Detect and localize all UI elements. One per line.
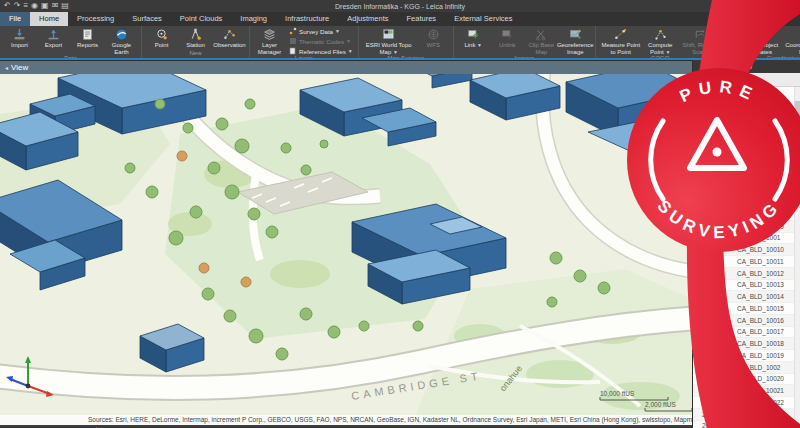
layer-manager-button[interactable]: Layer Manager [253, 27, 286, 55]
tab-processing[interactable]: Processing [68, 12, 123, 26]
cell-building-id: CA_BLD_10011 [728, 258, 784, 265]
wfs-button[interactable]: WFS [417, 27, 450, 55]
tab-point-clouds[interactable]: Point Clouds [171, 12, 232, 26]
table-row[interactable]: 2013 CA_BLD_1002 [693, 362, 795, 374]
view-header[interactable]: ◂ View [0, 60, 692, 74]
import-icon [13, 28, 26, 41]
panel-tab[interactable]: AMB3D_Cityw [693, 60, 800, 73]
clip-base-map-icon [535, 28, 548, 41]
link-button[interactable]: Link ▼ [457, 27, 490, 55]
table-row[interactable]: 2013 CA_BLD_10008 [693, 209, 795, 221]
clip-base-map-button[interactable]: Clip Base Map [525, 27, 558, 55]
table-row[interactable]: 2013 CA_BLD_10018 [693, 338, 795, 350]
compute-point-button[interactable]: Compute Point ▼ [644, 27, 677, 55]
station-button[interactable]: Station [179, 27, 212, 50]
cell-building-id: CA_BLD_10024 [728, 422, 784, 428]
measure-point-to-point-icon [614, 28, 627, 41]
map-3d-view[interactable]: CAMBRIDGE ST onahue [0, 74, 692, 425]
station-icon [189, 28, 202, 41]
unlink-icon [501, 28, 514, 41]
tab-imaging[interactable]: Imaging [231, 12, 276, 26]
funnel-filter-icon[interactable] [726, 75, 735, 84]
cell-building-id: CA_BLD_1002 [728, 364, 780, 371]
ribbon-group-coordinates: Compute Project Coordinates Coordinate S… [726, 26, 800, 58]
table-row[interactable]: 2013 CA_BLD_10016 [693, 315, 795, 327]
compute-project-coordinates-icon [749, 28, 762, 41]
wfs-icon [427, 28, 440, 41]
thematic-codes-icon [289, 37, 297, 45]
unlink-button[interactable]: Unlink [491, 27, 524, 55]
table-row[interactable]: 2013 CA_BLD_10009 [693, 221, 795, 233]
view-collapse-icon[interactable]: ◂ [5, 64, 8, 71]
cell-year: 2013 [693, 223, 728, 230]
referenced-files-icon [289, 47, 297, 55]
table-row[interactable]: 2013 CA_BLD_10022 [693, 397, 795, 409]
ribbon-group-map-services: ESRI World Topo Map ▼ WFS Map Services [359, 26, 454, 58]
table-row[interactable]: 2013 CA_BLD_10017 [693, 327, 795, 339]
esri-map-icon [382, 28, 395, 41]
cell-year: 2013 [693, 211, 728, 218]
feature-table[interactable]: 2013 CA_BLD_10008 2013 CA_BLD_10009 2013… [693, 87, 800, 428]
cell-year: 2013 [693, 328, 728, 335]
cell-building-id: CA_BLD_10022 [728, 399, 784, 406]
cell-building-id: CA_BLD_10023 [728, 411, 784, 418]
sort-icon[interactable]: ⇅ [705, 75, 711, 84]
table-row[interactable]: 2013 CA_BLD_10019 [693, 350, 795, 362]
table-row[interactable]: 2013 CA_BLD_10015 [693, 303, 795, 315]
table-row[interactable]: 2013 CA_BLD_10011 [693, 256, 795, 268]
georeference-image-button[interactable]: Georeference Image [559, 27, 592, 55]
ribbon: Import Export Reports Google Earth Data … [0, 26, 800, 60]
table-row[interactable]: 2013 CA_BLD_10012 [693, 268, 795, 280]
title-bar: ↶ ↷ ≡ ◉ ▣ ✉ ▤ Dresden Informatika - KGG … [0, 0, 800, 12]
tab-home[interactable]: Home [30, 12, 68, 26]
new-point-icon [155, 28, 168, 41]
esri-world-topo-map-button[interactable]: ESRI World Topo Map ▼ [362, 27, 416, 55]
cell-year: 2013 [693, 352, 728, 359]
view-title: View [11, 63, 28, 72]
attribute-panel: AMB3D_Cityw ⇅ ▥ ▾ 2013 CA_BLD_10008 2013… [692, 60, 800, 428]
point-button[interactable]: Point [145, 27, 178, 50]
compute-project-coordinates-button[interactable]: Compute Project Coordinates [729, 27, 783, 55]
ribbon-group-cogo: Measure Point to Point Compute Point ▼ S… [596, 26, 726, 58]
coordinate-system-manager-button[interactable]: Coordinate System Manager [784, 27, 800, 55]
tab-adjustments[interactable]: Adjustments [338, 12, 397, 26]
table-row[interactable]: 2013 CA_BLD_10020 [693, 374, 795, 386]
panel-filter-bar: ⇅ ▥ ▾ [693, 73, 800, 87]
cell-building-id: CA_BLD_10013 [728, 281, 784, 288]
tab-infrastructure[interactable]: Infrastructure [276, 12, 338, 26]
cell-year: 2013 [693, 411, 728, 418]
export-button[interactable]: Export [37, 27, 70, 55]
tab-external-services[interactable]: External Services [445, 12, 521, 26]
tab-surfaces[interactable]: Surfaces [123, 12, 171, 26]
filter-y-icon[interactable]: ▾ [739, 75, 743, 84]
table-row[interactable]: 2013 CA_BLD_10023 [693, 409, 795, 421]
table-row[interactable]: 2013 CA_BLD_1001 [693, 233, 795, 245]
reports-button[interactable]: Reports [71, 27, 104, 55]
columns-icon[interactable]: ▥ [715, 75, 722, 84]
table-row[interactable]: 2013 CA_BLD_10010 [693, 244, 795, 256]
ribbon-group-images: Link ▼ Unlink Clip Base Map Georeference… [454, 26, 596, 58]
table-row[interactable]: 2013 CA_BLD_10014 [693, 291, 795, 303]
thematic-codes-dropdown[interactable]: Thematic Codes▼ [289, 37, 353, 45]
panel-scrollbar[interactable] [794, 87, 800, 428]
google-earth-button[interactable]: Google Earth [105, 27, 138, 55]
referenced-files-dropdown[interactable]: Referenced Files▼ [289, 47, 353, 55]
cell-year: 2013 [693, 422, 728, 428]
cell-building-id: CA_BLD_10019 [728, 352, 784, 359]
cell-building-id: CA_BLD_10009 [728, 223, 784, 230]
survey-data-dropdown[interactable]: Survey Data▼ [289, 27, 353, 35]
table-row[interactable]: 2013 CA_BLD_10021 [693, 385, 795, 397]
table-row[interactable]: 2013 CA_BLD_10024 [693, 421, 795, 428]
tab-file[interactable]: File [0, 12, 30, 26]
window-title: Dresden Informatika - KGG - Leica Infini… [0, 3, 800, 10]
table-row[interactable]: 2013 CA_BLD_10013 [693, 280, 795, 292]
observation-button[interactable]: Observation [213, 27, 246, 50]
measure-point-to-point-button[interactable]: Measure Point to Point [599, 27, 643, 55]
shift-rotate-scale-button[interactable]: Shift, Rotate, Scale [678, 27, 722, 55]
tab-features[interactable]: Features [398, 12, 446, 26]
map-canvas: CAMBRIDGE ST onahue [0, 74, 692, 416]
import-button[interactable]: Import [3, 27, 36, 55]
compute-point-icon [654, 28, 667, 41]
cell-year: 2013 [693, 281, 728, 288]
cell-building-id: CA_BLD_10014 [728, 293, 784, 300]
